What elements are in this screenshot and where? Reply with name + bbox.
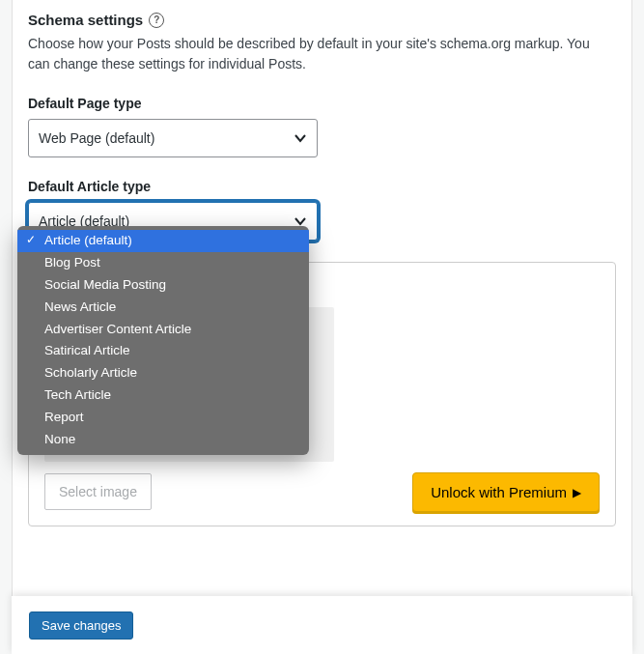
select-image-button[interactable]: Select image (44, 473, 152, 510)
article-type-option[interactable]: News Article (17, 297, 309, 319)
page-type-value: Web Page (default) (39, 130, 154, 146)
article-type-option[interactable]: Social Media Posting (17, 274, 309, 297)
article-type-option[interactable]: Advertiser Content Article (17, 319, 309, 341)
footer-bar: Save changes (12, 596, 632, 654)
caret-right-icon: ▶ (573, 486, 581, 499)
article-type-option[interactable]: Tech Article (17, 384, 309, 407)
section-description: Choose how your Posts should be describe… (28, 34, 607, 74)
article-type-option[interactable]: Article (default) (17, 230, 309, 252)
article-type-label: Default Article type (28, 179, 616, 194)
unlock-label: Unlock with Premium (431, 484, 567, 500)
page-type-select[interactable]: Web Page (default) (28, 119, 318, 157)
article-type-dropdown[interactable]: Article (default)Blog PostSocial Media P… (17, 226, 309, 455)
article-type-option[interactable]: None (17, 429, 309, 451)
help-icon[interactable]: ? (149, 13, 164, 28)
schema-settings-heading: Schema settings ? (28, 12, 616, 28)
article-type-option[interactable]: Report (17, 407, 309, 429)
article-type-option[interactable]: Scholarly Article (17, 362, 309, 384)
save-changes-button[interactable]: Save changes (29, 611, 133, 640)
article-type-option[interactable]: Blog Post (17, 252, 309, 274)
page-type-label: Default Page type (28, 96, 616, 111)
section-title-text: Schema settings (28, 12, 143, 28)
unlock-premium-button[interactable]: Unlock with Premium ▶ (412, 472, 600, 512)
article-type-option[interactable]: Satirical Article (17, 340, 309, 362)
